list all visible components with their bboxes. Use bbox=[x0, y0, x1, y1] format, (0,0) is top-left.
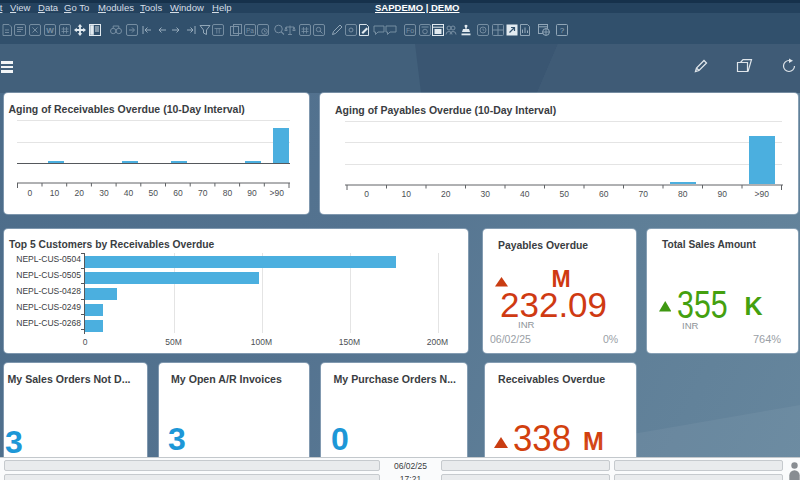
svg-text:Fo: Fo bbox=[406, 27, 414, 34]
svg-text:W: W bbox=[46, 26, 54, 35]
svg-text:Pa: Pa bbox=[246, 27, 254, 34]
svg-text:?: ? bbox=[559, 26, 564, 35]
